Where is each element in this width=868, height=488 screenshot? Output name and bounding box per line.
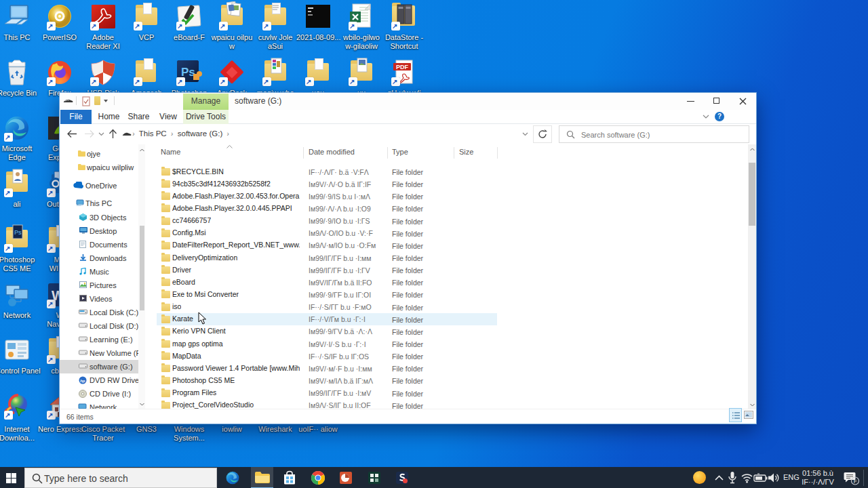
svg-text:Ps: Ps [14,229,22,236]
svg-text:F: F [854,479,857,485]
svg-text:PDF: PDF [396,64,409,70]
svg-text:hp: hp [80,379,85,383]
